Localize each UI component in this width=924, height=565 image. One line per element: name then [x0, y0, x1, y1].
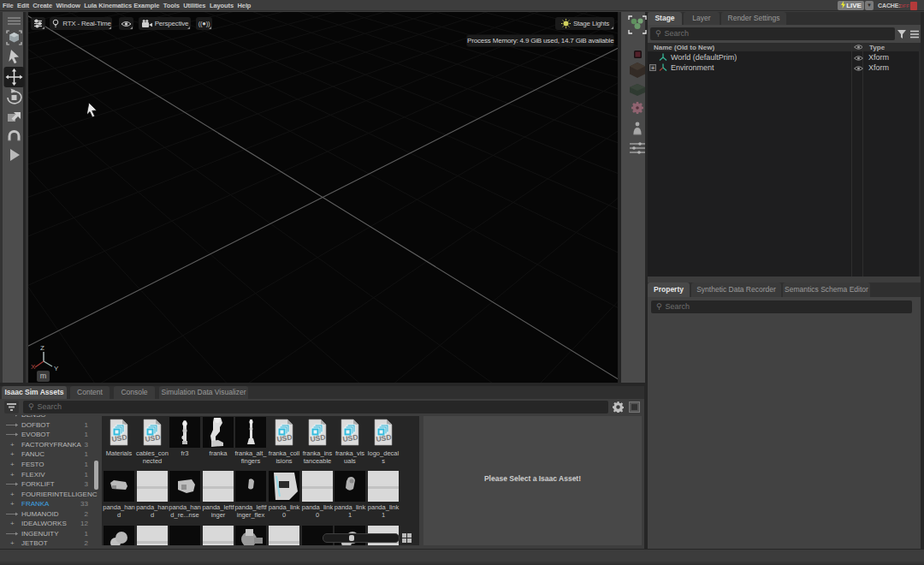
- svg-text:Z: Z: [40, 344, 44, 352]
- svg-text:Y: Y: [54, 365, 59, 372]
- svg-text:X: X: [31, 363, 36, 371]
